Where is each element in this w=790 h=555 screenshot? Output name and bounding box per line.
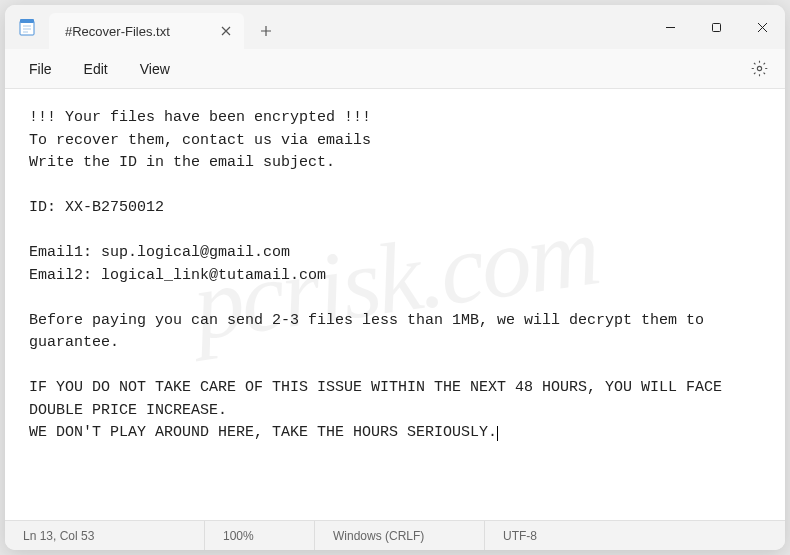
new-tab-button[interactable] — [248, 13, 284, 49]
close-window-button[interactable] — [739, 5, 785, 49]
svg-rect-5 — [712, 23, 720, 31]
text-content[interactable]: !!! Your files have been encrypted !!! T… — [5, 89, 785, 520]
svg-point-6 — [757, 66, 761, 70]
tab-active[interactable]: #Recover-Files.txt — [49, 13, 244, 49]
svg-rect-1 — [20, 19, 34, 23]
notepad-window: #Recover-Files.txt File Edit View — [5, 5, 785, 550]
titlebar: #Recover-Files.txt — [5, 5, 785, 49]
close-tab-icon[interactable] — [218, 23, 234, 39]
status-encoding: UTF-8 — [485, 521, 785, 550]
tabs-container: #Recover-Files.txt — [49, 5, 647, 49]
status-zoom[interactable]: 100% — [205, 521, 315, 550]
menu-edit[interactable]: Edit — [68, 55, 124, 83]
window-controls — [647, 5, 785, 49]
gear-icon — [751, 60, 768, 77]
app-icon — [5, 5, 49, 49]
status-line-ending: Windows (CRLF) — [315, 521, 485, 550]
svg-rect-0 — [20, 21, 34, 35]
minimize-button[interactable] — [647, 5, 693, 49]
menu-file[interactable]: File — [13, 55, 68, 83]
status-position: Ln 13, Col 53 — [5, 521, 205, 550]
settings-button[interactable] — [741, 51, 777, 87]
menubar: File Edit View — [5, 49, 785, 89]
maximize-button[interactable] — [693, 5, 739, 49]
tab-title: #Recover-Files.txt — [65, 24, 170, 39]
menu-view[interactable]: View — [124, 55, 186, 83]
statusbar: Ln 13, Col 53 100% Windows (CRLF) UTF-8 — [5, 520, 785, 550]
notepad-icon — [17, 17, 37, 37]
